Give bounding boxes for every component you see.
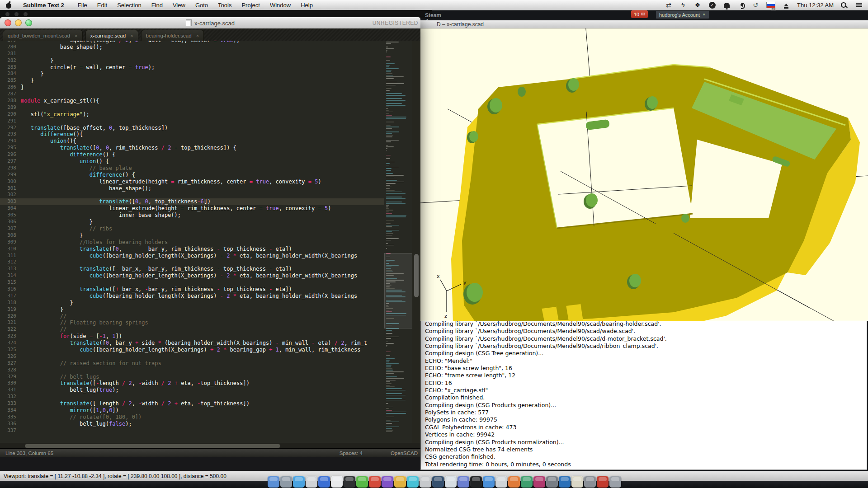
code-line-310[interactable]: 310 translate([0, bar_y, rim_thickness -… [0,246,384,253]
dock-app-icon[interactable] [546,476,558,488]
code-line-308[interactable]: 308 } [0,232,384,239]
menu-window[interactable]: Window [265,2,296,9]
dock-app-icon[interactable] [394,476,406,488]
dock-app-icon[interactable] [280,476,292,488]
code-line-279[interactable]: 279 square([length / 2, 2 * wall - eta],… [0,41,384,44]
dock-app-icon[interactable] [268,476,279,488]
code-line-330[interactable]: 330 translate([-length / 2, -width / 2 +… [0,380,384,387]
code-line-284[interactable]: 284 } [0,70,384,77]
code-line-335[interactable]: 335 // rotate([0, 180, 0]) [0,414,384,421]
code-line-304[interactable]: 304 linear_extrude(height = rim_thicknes… [0,205,384,212]
code-line-326[interactable]: 326 [0,353,384,360]
flash-icon[interactable]: ϟ [679,0,687,10]
menu-edit[interactable]: Edit [92,2,112,9]
code-line-331[interactable]: 331 belt_lug(true); [0,387,384,394]
code-line-292[interactable]: 292 translate([base_offset, 0, top_thick… [0,125,384,131]
code-line-317[interactable]: 317 cube([bearing_holder_length(X_bearin… [0,293,384,300]
code-line-320[interactable]: 320 // [0,313,384,320]
code-line-332[interactable]: 332 [0,394,384,400]
tab-bearing-holder.scad[interactable]: bearing-holder.scad× [141,30,204,41]
app-menu[interactable]: Sublime Text 2 [18,2,69,9]
code-line-307[interactable]: 307 // ribs [0,225,384,232]
tab-qubd_bowden_mount.scad[interactable]: qubd_bowden_mount.scad× [3,30,83,41]
code-line-287[interactable]: 287 [0,91,384,98]
code-line-283[interactable]: 283 circle(r = wall, center = true); [0,64,384,71]
vertical-scrollbar[interactable] [412,41,420,443]
code-line-281[interactable]: 281 [0,51,384,57]
openscad-3d-viewport[interactable]: x y z [420,28,868,321]
code-line-300[interactable]: 300 linear_extrude(height = rim_thicknes… [0,178,384,185]
code-line-280[interactable]: 280 base_shape(); [0,44,384,51]
bell-icon[interactable] [723,0,730,10]
code-line-293[interactable]: 293 difference(){ [0,131,384,138]
dock-app-icon[interactable] [559,476,571,488]
code-line-289[interactable]: 289 [0,104,384,111]
menu-selection[interactable]: Selection [112,2,146,9]
close-tab-icon[interactable]: × [130,33,133,38]
menu-help[interactable]: Help [296,2,318,9]
code-line-336[interactable]: 336 belt_lug(false); [0,421,384,427]
code-line-324[interactable]: 324 translate([0, bar_y + side * (bearin… [0,340,384,347]
code-line-334[interactable]: 334 mirror([1,0,0]) [0,407,384,414]
code-line-296[interactable]: 296 difference() { [0,151,384,158]
steam-account-button[interactable]: hudbrog's Account ▼ [656,10,709,19]
code-line-302[interactable]: 302 [0,192,384,198]
code-line-294[interactable]: 294 union(){ [0,138,384,145]
code-line-321[interactable]: 321 // Floating bearing springs [0,319,384,326]
dock-app-icon[interactable] [470,476,482,488]
code-line-323[interactable]: 323 for(side = [-1, 1]) [0,333,384,340]
sync-icon[interactable]: ⇄ [665,0,672,10]
code-line-286[interactable]: 286} [0,84,384,91]
spotlight-icon[interactable] [841,0,848,10]
code-line-297[interactable]: 297 union() { [0,158,384,165]
sublime-titlebar[interactable]: x-carriage.scad UNREGISTERED [0,17,420,29]
time-machine-icon[interactable]: ↺ [752,0,759,10]
dock-app-icon[interactable] [331,476,343,488]
scrollbar-thumb[interactable] [414,254,419,297]
volume-icon[interactable] [737,0,745,10]
scrollbar-thumb[interactable] [25,444,280,448]
dock-app-icon[interactable] [445,476,457,488]
syntax-setting[interactable]: OpenSCAD [391,450,418,456]
dock-app-icon[interactable] [432,476,444,488]
code-line-337[interactable]: 337 [0,427,384,434]
menu-project[interactable]: Project [236,2,264,9]
dock-app-icon[interactable] [521,476,533,488]
dock-app-icon[interactable] [609,476,621,488]
notification-center-icon[interactable] [855,0,863,10]
code-line-333[interactable]: 333 translate([ length / 2, -width / 2 +… [0,400,384,407]
minimap-viewport-box[interactable] [384,253,412,328]
steam-mail-badge[interactable]: 10 ✉ [631,10,648,18]
code-line-313[interactable]: 313 translate([- bar_x, -bar_y, rim_thic… [0,266,384,272]
dock-app-icon[interactable] [293,476,305,488]
dock-app-icon[interactable] [571,476,583,488]
code-line-285[interactable]: 285 } [0,77,384,84]
code-line-303[interactable]: 303 translate([0, 0, top_thickness-6]) [0,198,384,205]
dock-app-icon[interactable] [420,476,431,488]
openscad-titlebar[interactable]: D – x-carriage.scad [420,20,868,28]
code-line-309[interactable]: 309 //Holes for bearing holders [0,239,384,246]
code-line-322[interactable]: 322 // [0,326,384,333]
dock-app-icon[interactable] [495,476,507,488]
dock-app-icon[interactable] [458,476,469,488]
dock-app-icon[interactable] [407,476,419,488]
dock-app-icon[interactable] [369,476,381,488]
dock-app-icon[interactable] [382,476,393,488]
code-line-306[interactable]: 306 } [0,219,384,225]
code-line-282[interactable]: 282 } [0,57,384,64]
code-line-312[interactable]: 312 [0,259,384,266]
minimap[interactable] [384,41,412,443]
editor-area[interactable]: 279 square([length / 2, 2 * wall - eta],… [0,41,420,443]
code-line-328[interactable]: 328 [0,367,384,374]
dock-app-icon[interactable] [597,476,609,488]
dropbox-icon[interactable]: ❖ [694,0,701,10]
code-line-319[interactable]: 319 } [0,306,384,313]
code-line-315[interactable]: 315 [0,279,384,286]
code-line-311[interactable]: 311 cube([bearing_holder_length(X_bearin… [0,253,384,259]
close-tab-icon[interactable]: × [196,33,199,38]
code-line-329[interactable]: 329 // belt lugs [0,374,384,380]
code-line-291[interactable]: 291 [0,118,384,125]
tab-x-carriage.scad[interactable]: x-carriage.scad× [85,30,138,41]
code-line-301[interactable]: 301 base_shape(); [0,185,384,192]
code-lines[interactable]: 279 square([length / 2, 2 * wall - eta],… [0,41,384,443]
